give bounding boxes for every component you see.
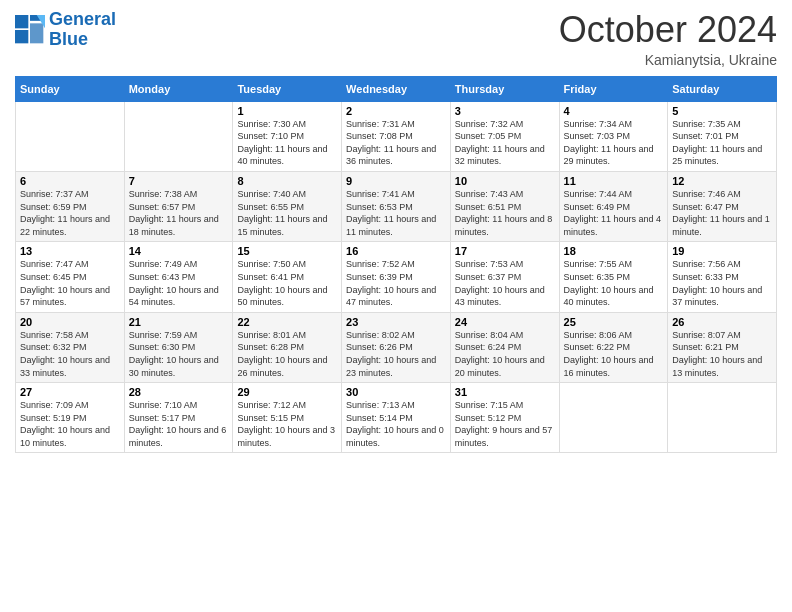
calendar-cell: 27Sunrise: 7:09 AMSunset: 5:19 PMDayligh… [16, 383, 125, 453]
calendar-cell: 11Sunrise: 7:44 AMSunset: 6:49 PMDayligh… [559, 171, 668, 241]
calendar-cell: 19Sunrise: 7:56 AMSunset: 6:33 PMDayligh… [668, 242, 777, 312]
day-info: Sunrise: 8:01 AMSunset: 6:28 PMDaylight:… [237, 329, 337, 379]
calendar-page: General Blue October 2024 Kamianytsia, U… [0, 0, 792, 612]
calendar-cell: 21Sunrise: 7:59 AMSunset: 6:30 PMDayligh… [124, 312, 233, 382]
calendar-cell: 6Sunrise: 7:37 AMSunset: 6:59 PMDaylight… [16, 171, 125, 241]
day-info: Sunrise: 7:38 AMSunset: 6:57 PMDaylight:… [129, 188, 229, 238]
calendar-cell: 16Sunrise: 7:52 AMSunset: 6:39 PMDayligh… [342, 242, 451, 312]
day-number: 4 [564, 105, 664, 117]
day-info: Sunrise: 8:06 AMSunset: 6:22 PMDaylight:… [564, 329, 664, 379]
calendar-cell: 15Sunrise: 7:50 AMSunset: 6:41 PMDayligh… [233, 242, 342, 312]
day-number: 24 [455, 316, 555, 328]
day-number: 8 [237, 175, 337, 187]
calendar-cell: 29Sunrise: 7:12 AMSunset: 5:15 PMDayligh… [233, 383, 342, 453]
day-info: Sunrise: 7:37 AMSunset: 6:59 PMDaylight:… [20, 188, 120, 238]
calendar-cell: 7Sunrise: 7:38 AMSunset: 6:57 PMDaylight… [124, 171, 233, 241]
day-number: 14 [129, 245, 229, 257]
calendar-week-row: 20Sunrise: 7:58 AMSunset: 6:32 PMDayligh… [16, 312, 777, 382]
day-number: 25 [564, 316, 664, 328]
day-number: 23 [346, 316, 446, 328]
day-number: 29 [237, 386, 337, 398]
calendar-cell [559, 383, 668, 453]
month-title: October 2024 [559, 10, 777, 50]
weekday-header: Saturday [668, 76, 777, 101]
calendar-cell: 1Sunrise: 7:30 AMSunset: 7:10 PMDaylight… [233, 101, 342, 171]
calendar-week-row: 27Sunrise: 7:09 AMSunset: 5:19 PMDayligh… [16, 383, 777, 453]
calendar-cell: 20Sunrise: 7:58 AMSunset: 6:32 PMDayligh… [16, 312, 125, 382]
day-info: Sunrise: 7:30 AMSunset: 7:10 PMDaylight:… [237, 118, 337, 168]
weekday-header: Tuesday [233, 76, 342, 101]
day-number: 3 [455, 105, 555, 117]
day-number: 17 [455, 245, 555, 257]
calendar-week-row: 13Sunrise: 7:47 AMSunset: 6:45 PMDayligh… [16, 242, 777, 312]
day-info: Sunrise: 8:04 AMSunset: 6:24 PMDaylight:… [455, 329, 555, 379]
day-number: 6 [20, 175, 120, 187]
location-subtitle: Kamianytsia, Ukraine [559, 52, 777, 68]
day-number: 9 [346, 175, 446, 187]
weekday-header: Friday [559, 76, 668, 101]
calendar-cell: 5Sunrise: 7:35 AMSunset: 7:01 PMDaylight… [668, 101, 777, 171]
calendar-cell: 23Sunrise: 8:02 AMSunset: 6:26 PMDayligh… [342, 312, 451, 382]
calendar-cell: 3Sunrise: 7:32 AMSunset: 7:05 PMDaylight… [450, 101, 559, 171]
day-number: 31 [455, 386, 555, 398]
calendar-cell: 10Sunrise: 7:43 AMSunset: 6:51 PMDayligh… [450, 171, 559, 241]
calendar-cell: 8Sunrise: 7:40 AMSunset: 6:55 PMDaylight… [233, 171, 342, 241]
day-number: 13 [20, 245, 120, 257]
day-info: Sunrise: 7:55 AMSunset: 6:35 PMDaylight:… [564, 258, 664, 308]
weekday-header: Monday [124, 76, 233, 101]
day-info: Sunrise: 7:58 AMSunset: 6:32 PMDaylight:… [20, 329, 120, 379]
calendar-cell: 12Sunrise: 7:46 AMSunset: 6:47 PMDayligh… [668, 171, 777, 241]
svg-rect-0 [15, 15, 28, 28]
day-number: 19 [672, 245, 772, 257]
day-info: Sunrise: 7:40 AMSunset: 6:55 PMDaylight:… [237, 188, 337, 238]
title-block: October 2024 Kamianytsia, Ukraine [559, 10, 777, 68]
day-info: Sunrise: 7:10 AMSunset: 5:17 PMDaylight:… [129, 399, 229, 449]
day-info: Sunrise: 7:35 AMSunset: 7:01 PMDaylight:… [672, 118, 772, 168]
day-info: Sunrise: 8:02 AMSunset: 6:26 PMDaylight:… [346, 329, 446, 379]
calendar-table: SundayMondayTuesdayWednesdayThursdayFrid… [15, 76, 777, 454]
day-info: Sunrise: 7:44 AMSunset: 6:49 PMDaylight:… [564, 188, 664, 238]
day-number: 27 [20, 386, 120, 398]
day-info: Sunrise: 7:09 AMSunset: 5:19 PMDaylight:… [20, 399, 120, 449]
day-info: Sunrise: 7:56 AMSunset: 6:33 PMDaylight:… [672, 258, 772, 308]
day-info: Sunrise: 7:50 AMSunset: 6:41 PMDaylight:… [237, 258, 337, 308]
day-info: Sunrise: 7:41 AMSunset: 6:53 PMDaylight:… [346, 188, 446, 238]
day-info: Sunrise: 7:13 AMSunset: 5:14 PMDaylight:… [346, 399, 446, 449]
day-info: Sunrise: 7:59 AMSunset: 6:30 PMDaylight:… [129, 329, 229, 379]
logo-line1: General [49, 10, 116, 30]
day-number: 10 [455, 175, 555, 187]
day-number: 30 [346, 386, 446, 398]
page-header: General Blue October 2024 Kamianytsia, U… [15, 10, 777, 68]
calendar-cell: 24Sunrise: 8:04 AMSunset: 6:24 PMDayligh… [450, 312, 559, 382]
calendar-cell: 13Sunrise: 7:47 AMSunset: 6:45 PMDayligh… [16, 242, 125, 312]
svg-marker-3 [30, 23, 43, 43]
weekday-header: Wednesday [342, 76, 451, 101]
logo-line2: Blue [49, 30, 116, 50]
day-info: Sunrise: 7:46 AMSunset: 6:47 PMDaylight:… [672, 188, 772, 238]
calendar-cell: 31Sunrise: 7:15 AMSunset: 5:12 PMDayligh… [450, 383, 559, 453]
day-info: Sunrise: 7:43 AMSunset: 6:51 PMDaylight:… [455, 188, 555, 238]
calendar-cell: 14Sunrise: 7:49 AMSunset: 6:43 PMDayligh… [124, 242, 233, 312]
calendar-cell: 4Sunrise: 7:34 AMSunset: 7:03 PMDaylight… [559, 101, 668, 171]
calendar-cell [668, 383, 777, 453]
day-number: 5 [672, 105, 772, 117]
day-info: Sunrise: 7:52 AMSunset: 6:39 PMDaylight:… [346, 258, 446, 308]
day-number: 2 [346, 105, 446, 117]
day-number: 12 [672, 175, 772, 187]
calendar-cell: 17Sunrise: 7:53 AMSunset: 6:37 PMDayligh… [450, 242, 559, 312]
calendar-cell [16, 101, 125, 171]
weekday-header: Sunday [16, 76, 125, 101]
day-number: 1 [237, 105, 337, 117]
day-info: Sunrise: 7:12 AMSunset: 5:15 PMDaylight:… [237, 399, 337, 449]
calendar-cell: 28Sunrise: 7:10 AMSunset: 5:17 PMDayligh… [124, 383, 233, 453]
day-number: 22 [237, 316, 337, 328]
calendar-cell: 2Sunrise: 7:31 AMSunset: 7:08 PMDaylight… [342, 101, 451, 171]
day-number: 20 [20, 316, 120, 328]
day-number: 11 [564, 175, 664, 187]
calendar-cell: 9Sunrise: 7:41 AMSunset: 6:53 PMDaylight… [342, 171, 451, 241]
day-number: 7 [129, 175, 229, 187]
calendar-cell: 26Sunrise: 8:07 AMSunset: 6:21 PMDayligh… [668, 312, 777, 382]
calendar-cell: 18Sunrise: 7:55 AMSunset: 6:35 PMDayligh… [559, 242, 668, 312]
weekday-header: Thursday [450, 76, 559, 101]
logo: General Blue [15, 10, 116, 50]
